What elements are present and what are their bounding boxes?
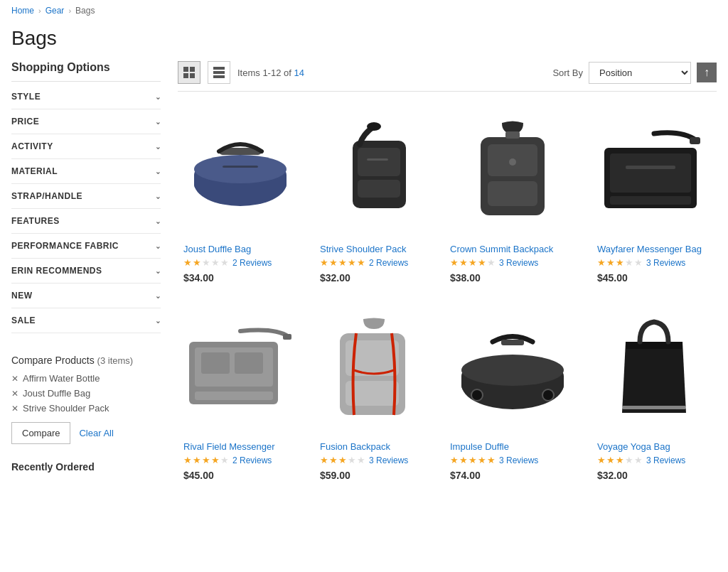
toolbar: Items 1-12 of 14 Sort By Position Produc… xyxy=(178,61,717,92)
product-price-strive-shoulder-pack: $32.00 xyxy=(320,272,427,284)
chevron-down-icon: ⌄ xyxy=(155,217,161,225)
breadcrumb-sep-1: › xyxy=(38,6,41,15)
filter-style[interactable]: STYLE ⌄ xyxy=(11,85,161,109)
svg-rect-29 xyxy=(201,352,230,374)
review-count-strive-shoulder-pack[interactable]: 2 Reviews xyxy=(369,258,408,268)
stars-fusion-backpack: ★ ★ ★ ★ ★ xyxy=(320,455,365,465)
filter-strap-handle[interactable]: STRAP/HANDLE ⌄ xyxy=(11,184,161,209)
breadcrumb-home[interactable]: Home xyxy=(11,6,34,16)
compare-item-label-1: Affirm Water Bottle xyxy=(23,373,100,384)
review-count-joust-duffle-bag[interactable]: 2 Reviews xyxy=(232,258,272,268)
stars-voyage-yoga-bag: ★ ★ ★ ★ ★ xyxy=(597,455,643,465)
product-grid: Joust Duffle Bag ★ ★ ★ ★ ★ 2 Reviews $34… xyxy=(178,103,717,487)
filter-strap-handle-label[interactable]: STRAP/HANDLE ⌄ xyxy=(11,184,161,208)
product-card-wayfarer-messenger-bag: Wayfarer Messenger Bag ★ ★ ★ ★ ★ 3 Revie… xyxy=(592,103,717,289)
product-rating-rival-field-messenger: ★ ★ ★ ★ ★ 2 Reviews xyxy=(183,455,297,465)
review-count-voyage-yoga-bag[interactable]: 3 Reviews xyxy=(646,455,685,465)
svg-rect-31 xyxy=(195,392,273,400)
breadcrumb: Home › Gear › Bags xyxy=(0,0,728,21)
review-count-rival-field-messenger[interactable]: 2 Reviews xyxy=(232,455,272,465)
filter-new[interactable]: NEW ⌄ xyxy=(11,284,161,308)
product-card-strive-shoulder-pack: Strive Shoulder Pack ★ ★ ★ ★ ★ 2 Reviews… xyxy=(314,103,433,289)
review-count-impulse-duffle[interactable]: 3 Reviews xyxy=(499,455,538,465)
product-price-rival-field-messenger: $45.00 xyxy=(183,470,297,481)
product-img-fusion-backpack xyxy=(324,313,424,427)
stars-impulse-duffle: ★ ★ ★ ★ ★ xyxy=(450,455,496,465)
filter-erin-recommends[interactable]: ERIN RECOMMENDS ⌄ xyxy=(11,259,161,284)
product-name-fusion-backpack[interactable]: Fusion Backpack xyxy=(320,441,427,452)
product-name-joust-duffle-bag[interactable]: Joust Duffle Bag xyxy=(183,244,297,254)
compare-button[interactable]: Compare xyxy=(11,422,70,444)
filter-new-label[interactable]: NEW ⌄ xyxy=(11,284,161,308)
clear-all-link[interactable]: Clear All xyxy=(79,428,113,438)
product-name-impulse-duffle[interactable]: Impulse Duffle xyxy=(450,441,574,452)
main-layout: Shopping Options STYLE ⌄ PRICE ⌄ ACTIVIT… xyxy=(0,61,728,487)
filter-material[interactable]: MATERIAL ⌄ xyxy=(11,159,161,184)
product-image-impulse-duffle xyxy=(450,306,574,434)
sort-ascending-button[interactable]: ↑ xyxy=(697,63,717,82)
filter-performance-fabric-label[interactable]: PERFORMANCE FABRIC ⌄ xyxy=(11,234,161,258)
filter-list: STYLE ⌄ PRICE ⌄ ACTIVITY ⌄ MATERIAL xyxy=(11,85,161,333)
breadcrumb-gear[interactable]: Gear xyxy=(46,6,65,16)
sort-select[interactable]: Position Product Name Price xyxy=(589,62,691,84)
items-count: Items 1-12 of 14 xyxy=(237,68,304,78)
svg-point-21 xyxy=(509,158,516,166)
product-name-strive-shoulder-pack[interactable]: Strive Shoulder Pack xyxy=(320,244,427,254)
remove-strive-shoulder-pack-button[interactable]: ✕ xyxy=(11,404,18,414)
filter-material-label[interactable]: MATERIAL ⌄ xyxy=(11,159,161,183)
product-card-fusion-backpack: Fusion Backpack ★ ★ ★ ★ ★ 3 Reviews $59.… xyxy=(314,301,433,487)
product-name-crown-summit-backpack[interactable]: Crown Summit Backpack xyxy=(450,244,574,254)
page-title: Bags xyxy=(0,21,728,61)
product-img-strive-shoulder-pack xyxy=(328,119,420,226)
svg-rect-25 xyxy=(690,137,700,144)
filter-features-label[interactable]: FEATURES ⌄ xyxy=(11,209,161,233)
stars-strive-shoulder-pack: ★ ★ ★ ★ ★ xyxy=(320,257,365,268)
svg-rect-32 xyxy=(283,334,291,340)
chevron-down-icon: ⌄ xyxy=(155,242,161,250)
svg-rect-30 xyxy=(235,352,263,374)
svg-rect-39 xyxy=(501,340,524,345)
remove-affirm-water-bottle-button[interactable]: ✕ xyxy=(11,374,18,384)
grid-icon xyxy=(183,66,196,79)
svg-rect-6 xyxy=(213,75,225,78)
filter-erin-recommends-label[interactable]: ERIN RECOMMENDS ⌄ xyxy=(11,259,161,283)
remove-joust-duffle-bag-button[interactable]: ✕ xyxy=(11,389,18,399)
product-name-wayfarer-messenger-bag[interactable]: Wayfarer Messenger Bag xyxy=(597,244,711,254)
breadcrumb-sep-2: › xyxy=(68,6,71,15)
filter-activity[interactable]: ACTIVITY ⌄ xyxy=(11,134,161,159)
list-icon xyxy=(213,66,225,79)
product-image-rival-field-messenger xyxy=(183,306,297,434)
product-name-voyage-yoga-bag[interactable]: Voyage Yoga Bag xyxy=(597,441,711,452)
filter-price[interactable]: PRICE ⌄ xyxy=(11,109,161,134)
items-total-link[interactable]: 14 xyxy=(294,68,304,78)
review-count-fusion-backpack[interactable]: 3 Reviews xyxy=(369,455,408,465)
sort-label: Sort By xyxy=(552,68,583,78)
product-image-crown-summit-backpack xyxy=(450,109,574,237)
filter-price-label[interactable]: PRICE ⌄ xyxy=(11,109,161,134)
svg-rect-13 xyxy=(358,148,400,176)
svg-rect-5 xyxy=(213,71,225,74)
review-count-wayfarer-messenger-bag[interactable]: 3 Reviews xyxy=(646,258,685,268)
chevron-down-icon: ⌄ xyxy=(155,118,161,126)
product-img-rival-field-messenger xyxy=(183,324,297,416)
svg-rect-2 xyxy=(183,73,188,78)
sidebar: Shopping Options STYLE ⌄ PRICE ⌄ ACTIVIT… xyxy=(11,61,161,487)
grid-view-button[interactable] xyxy=(178,61,200,84)
filter-sale[interactable]: SALE ⌄ xyxy=(11,308,161,333)
filter-performance-fabric[interactable]: PERFORMANCE FABRIC ⌄ xyxy=(11,234,161,259)
list-view-button[interactable] xyxy=(208,61,230,84)
filter-activity-label[interactable]: ACTIVITY ⌄ xyxy=(11,134,161,158)
review-count-crown-summit-backpack[interactable]: 3 Reviews xyxy=(499,258,538,268)
compare-actions: Compare Clear All xyxy=(11,422,161,444)
toolbar-right: Sort By Position Product Name Price ↑ xyxy=(552,62,717,84)
product-name-rival-field-messenger[interactable]: Rival Field Messenger xyxy=(183,441,297,452)
svg-rect-16 xyxy=(367,158,388,161)
svg-rect-0 xyxy=(183,67,188,72)
chevron-down-icon: ⌄ xyxy=(155,93,161,101)
product-image-wayfarer-messenger-bag xyxy=(597,109,711,237)
filter-style-label[interactable]: STYLE ⌄ xyxy=(11,85,161,109)
product-image-fusion-backpack xyxy=(320,306,427,434)
filter-features[interactable]: FEATURES ⌄ xyxy=(11,209,161,234)
product-rating-fusion-backpack: ★ ★ ★ ★ ★ 3 Reviews xyxy=(320,455,427,465)
filter-sale-label[interactable]: SALE ⌄ xyxy=(11,308,161,333)
